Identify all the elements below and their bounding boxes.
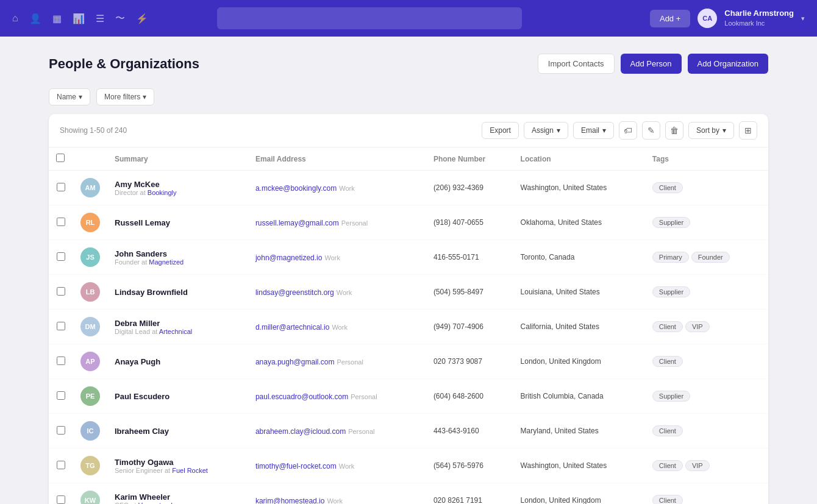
avatar: DM bbox=[80, 317, 100, 336]
contact-company-link[interactable]: Bookingly bbox=[148, 189, 177, 196]
row-checkbox[interactable] bbox=[57, 357, 65, 365]
phone-number: (564) 576-5976 bbox=[426, 449, 513, 483]
row-checkbox[interactable] bbox=[57, 391, 65, 400]
name-filter-button[interactable]: Name ▾ bbox=[49, 88, 90, 105]
avatar: PE bbox=[80, 386, 100, 406]
row-checkbox[interactable] bbox=[57, 252, 65, 261]
email-link[interactable]: karim@homestead.io bbox=[255, 497, 325, 505]
contact-company-link[interactable]: Magnetized bbox=[149, 258, 184, 266]
row-checkbox[interactable] bbox=[57, 183, 65, 191]
email-button[interactable]: Email ▾ bbox=[573, 122, 614, 139]
email-link[interactable]: lindsay@greenstitch.org bbox=[255, 288, 334, 297]
bolt-icon[interactable]: ⚡ bbox=[136, 13, 148, 24]
contact-company-link[interactable]: Fuel Rocket bbox=[172, 467, 208, 474]
filters-row: Name ▾ More filters ▾ bbox=[49, 88, 768, 105]
location-text: British Columbia, Canada bbox=[513, 379, 645, 414]
trend-icon[interactable]: 〜 bbox=[115, 12, 125, 25]
contact-company-link[interactable]: Artechnical bbox=[159, 328, 192, 335]
contact-name[interactable]: Timothy Ogawa bbox=[115, 458, 241, 467]
phone-header: Phone Number bbox=[426, 147, 513, 171]
contact-name[interactable]: Paul Escudero bbox=[115, 392, 241, 401]
page-title: People & Organizations bbox=[49, 56, 199, 72]
tag-badge[interactable]: Founder bbox=[691, 252, 730, 263]
top-navigation: ⌂ 👤 ▦ 📊 ☰ 〜 ⚡ Add + CA Charlie Armstrong… bbox=[0, 0, 817, 37]
summary-header: Summary bbox=[107, 147, 248, 171]
contact-name[interactable]: Karim Wheeler bbox=[115, 492, 241, 502]
contact-name[interactable]: John Sanders bbox=[115, 249, 241, 258]
global-search-input[interactable] bbox=[217, 7, 522, 29]
chevron-down-icon: ▾ bbox=[602, 126, 606, 135]
tag-badge[interactable]: Client bbox=[652, 460, 683, 471]
export-button[interactable]: Export bbox=[482, 122, 519, 139]
email-link[interactable]: a.mckee@bookingly.com bbox=[255, 184, 337, 193]
avatar: AP bbox=[80, 352, 100, 371]
row-checkbox[interactable] bbox=[57, 287, 65, 296]
row-checkbox[interactable] bbox=[57, 461, 65, 469]
email-type-label: Work bbox=[332, 324, 347, 331]
phone-number: (949) 707-4906 bbox=[426, 310, 513, 344]
tag-badge[interactable]: Client bbox=[652, 182, 683, 193]
phone-number: (918) 407-0655 bbox=[426, 205, 513, 240]
email-link[interactable]: abraheem.clay@icloud.com bbox=[255, 427, 346, 436]
topnav-right: Add + CA Charlie Armstrong Lookmark Inc … bbox=[650, 9, 805, 28]
table-row: LBLindsay Brownfieldlindsay@greenstitch.… bbox=[49, 275, 768, 310]
assign-button[interactable]: Assign ▾ bbox=[524, 122, 568, 139]
contact-name[interactable]: Anaya Pugh bbox=[115, 357, 241, 366]
tag-badge[interactable]: Client bbox=[652, 495, 683, 504]
contact-role: CFO at Homestead bbox=[115, 502, 241, 505]
tag-badge[interactable]: Supplier bbox=[652, 391, 690, 402]
email-type-label: Personal bbox=[351, 393, 377, 400]
tag-badge[interactable]: Primary bbox=[652, 252, 689, 263]
email-link[interactable]: d.miller@artechnical.io bbox=[255, 323, 330, 332]
contact-name[interactable]: Debra Miller bbox=[115, 319, 241, 328]
tag-badge[interactable]: VIP bbox=[685, 460, 710, 471]
columns-icon-button[interactable]: ⊞ bbox=[739, 121, 757, 140]
user-name: Charlie Armstrong bbox=[724, 9, 794, 19]
email-link[interactable]: russell.lemay@gmail.com bbox=[255, 219, 339, 227]
calendar-icon[interactable]: ▦ bbox=[52, 13, 62, 24]
contact-company-link[interactable]: Homestead bbox=[138, 502, 173, 505]
email-link[interactable]: john@magnetized.io bbox=[255, 254, 323, 262]
list-icon[interactable]: ☰ bbox=[96, 13, 104, 24]
add-person-button[interactable]: Add Person bbox=[621, 54, 682, 74]
row-checkbox[interactable] bbox=[57, 495, 65, 504]
add-button[interactable]: Add + bbox=[650, 10, 690, 27]
people-icon[interactable]: 👤 bbox=[29, 13, 41, 24]
row-checkbox[interactable] bbox=[57, 322, 65, 330]
row-checkbox[interactable] bbox=[57, 218, 65, 226]
contact-name[interactable]: Lindsay Brownfield bbox=[115, 288, 241, 297]
email-type-label: Work bbox=[337, 289, 352, 296]
chart-icon[interactable]: 📊 bbox=[73, 13, 85, 24]
sort-by-button[interactable]: Sort by ▾ bbox=[688, 122, 734, 139]
avatar: TG bbox=[80, 456, 100, 475]
delete-icon-button[interactable]: 🗑 bbox=[665, 121, 683, 140]
contact-name[interactable]: Russell Lemay bbox=[115, 218, 241, 227]
add-organization-button[interactable]: Add Organization bbox=[688, 54, 768, 74]
tag-badge[interactable]: Client bbox=[652, 356, 683, 367]
toolbar-actions: Export Assign ▾ Email ▾ 🏷 ✎ 🗑 Sort by ▾ … bbox=[482, 121, 757, 140]
email-link[interactable]: timothy@fuel-rocket.com bbox=[255, 462, 337, 470]
contact-name[interactable]: Ibraheem Clay bbox=[115, 427, 241, 436]
email-link[interactable]: paul.escuadro@outlook.com bbox=[255, 392, 348, 401]
page-header: People & Organizations Import Contacts A… bbox=[49, 54, 768, 74]
select-all-checkbox[interactable] bbox=[56, 154, 65, 162]
tag-badge[interactable]: Client bbox=[652, 321, 683, 332]
edit-icon-button[interactable]: ✎ bbox=[642, 121, 660, 140]
tag-badge[interactable]: Client bbox=[652, 425, 683, 436]
chevron-down-icon[interactable]: ▾ bbox=[801, 15, 805, 23]
tag-icon-button[interactable]: 🏷 bbox=[619, 121, 637, 140]
more-filters-button[interactable]: More filters ▾ bbox=[96, 88, 154, 105]
home-icon[interactable]: ⌂ bbox=[12, 13, 18, 24]
email-label: Email bbox=[581, 126, 599, 135]
chevron-down-icon: ▾ bbox=[79, 93, 82, 101]
tag-badge[interactable]: Supplier bbox=[652, 217, 690, 228]
location-text: Oklahoma, United States bbox=[513, 205, 645, 240]
table-row: AMAmy McKeeDirector at Bookinglya.mckee@… bbox=[49, 171, 768, 205]
avatar: JS bbox=[80, 247, 100, 267]
contact-name[interactable]: Amy McKee bbox=[115, 180, 241, 189]
tag-badge[interactable]: VIP bbox=[685, 321, 710, 332]
row-checkbox[interactable] bbox=[57, 426, 65, 435]
email-link[interactable]: anaya.pugh@gmail.com bbox=[255, 358, 335, 366]
import-contacts-button[interactable]: Import Contacts bbox=[538, 54, 615, 74]
tag-badge[interactable]: Supplier bbox=[652, 286, 690, 297]
